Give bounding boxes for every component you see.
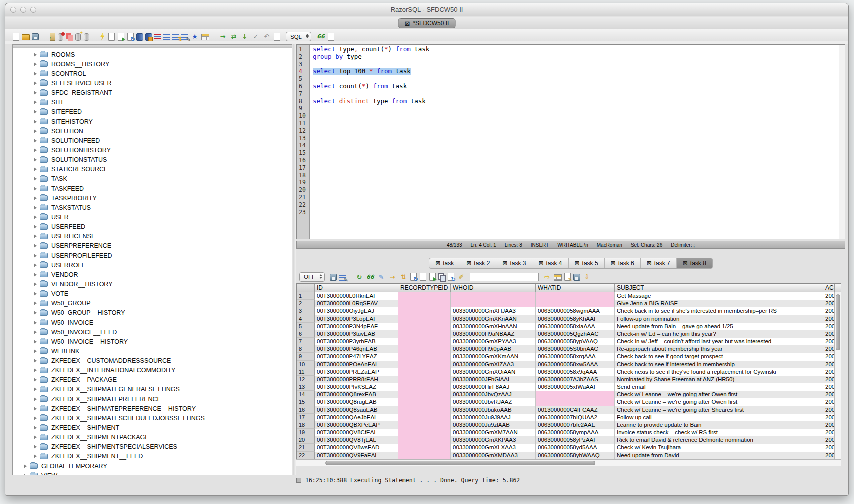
table-cell[interactable]: 006300000058x9qAAA [536, 368, 615, 376]
table-cell[interactable] [398, 368, 451, 376]
tree-item[interactable]: USERROLE [13, 260, 292, 270]
table-cell[interactable]: Leanne to provide update to Bain [615, 422, 824, 429]
find-next-icon[interactable]: ⇨ [543, 273, 552, 282]
expand-arrow-icon[interactable] [34, 368, 37, 372]
table-cell[interactable]: 200 [824, 444, 835, 452]
tree-item[interactable]: USERPREFERENCE [13, 242, 292, 251]
expand-arrow-icon[interactable] [24, 474, 27, 476]
tree-item[interactable]: VIEW [13, 471, 292, 476]
table-row[interactable]: 1500T3000000Q8rugEAB0033000000JbvRJAAZCh… [297, 398, 841, 406]
table-cell[interactable]: Follow up call [615, 414, 824, 422]
table-cell[interactable]: 200 [824, 323, 835, 330]
grid-vertical-scrollbar[interactable] [834, 292, 842, 460]
row-number-cell[interactable]: 22 [297, 452, 315, 460]
table-cell[interactable]: 0033000000GmXKPAA3 [451, 436, 536, 444]
table-cell[interactable]: 200 [824, 316, 835, 323]
table-row[interactable]: 900T3000000P47LYEAZ0033000000GmXKmAAN006… [297, 353, 841, 360]
table-cell[interactable]: 00T3000000L0RqSEAV [315, 300, 398, 308]
table-cell[interactable]: 00T3000000P3LopEAF [315, 316, 398, 323]
export-results-icon[interactable] [118, 33, 124, 41]
result-tab[interactable]: ⊠task [430, 258, 460, 268]
column-header[interactable]: WHATID [536, 284, 615, 292]
tree-item[interactable]: USER [13, 212, 292, 222]
tree-item[interactable]: VENDOR__HISTORY [13, 280, 292, 289]
table-cell[interactable]: 0033000000GmXM7AAN [451, 429, 536, 436]
tree-item[interactable]: USERFEED [13, 222, 292, 232]
table-cell[interactable]: 006300000058yKhAAI [536, 316, 615, 323]
tree-item[interactable]: ZKFEDEX__CUSTOMADDRESSSOURCE [13, 356, 292, 366]
tree-item[interactable]: TASKFEED [13, 184, 292, 194]
table-row[interactable]: 700T3000000P3yrbEAB0033000000GmXPYAA3006… [297, 338, 841, 346]
expand-arrow-icon[interactable] [34, 158, 37, 162]
database-icon[interactable] [84, 34, 90, 41]
expand-arrow-icon[interactable] [34, 196, 37, 200]
table-cell[interactable]: 200 [824, 436, 835, 444]
table-cell[interactable]: 200 [824, 292, 835, 300]
table-cell[interactable]: 0033000000JbvRJAAZ [451, 398, 536, 406]
expand-arrow-icon[interactable] [34, 244, 37, 248]
table-cell[interactable]: 200 [824, 398, 835, 406]
expand-arrow-icon[interactable] [34, 148, 37, 152]
close-tab-icon[interactable]: ⊠ [466, 260, 472, 266]
script-grid-icon[interactable] [564, 273, 571, 281]
panel-splitter[interactable] [294, 44, 296, 476]
sql-editor[interactable]: 1234567891011121314151617181920212223 se… [296, 44, 846, 240]
refresh-grid-icon[interactable]: ↻ [355, 273, 364, 282]
table-cell[interactable]: 0033000000Ju9zlAAB [451, 422, 536, 429]
column-header[interactable]: ID [315, 284, 398, 292]
table-cell[interactable]: 0033000000GmXHJAA3 [451, 308, 536, 315]
copy-connection-icon[interactable] [66, 33, 73, 40]
log-icon[interactable] [274, 33, 280, 41]
tree-item[interactable]: ZKFEDEX__PACKAGE [13, 376, 292, 385]
table-cell[interactable]: 00630000005S0bnAAC [536, 346, 615, 353]
row-number-cell[interactable]: 5 [297, 323, 315, 330]
tree-item[interactable]: TASKSTATUS [13, 203, 292, 212]
table-cell[interactable]: 200 [824, 300, 835, 308]
close-tab-icon[interactable]: ⊠ [611, 260, 616, 266]
row-number-cell[interactable]: 2 [297, 300, 315, 308]
table-row[interactable]: 1300T3000000PfvKSEAZ0033000000HirF8AAJ00… [297, 384, 841, 391]
table-cell[interactable]: 200 [824, 429, 835, 436]
table-cell[interactable]: Send email [615, 384, 824, 391]
expand-arrow-icon[interactable] [34, 388, 37, 392]
expand-arrow-icon[interactable] [34, 359, 37, 363]
table-cell[interactable]: Check back to see if interested in membe… [615, 361, 824, 368]
view-results-icon[interactable]: 66 [316, 32, 326, 41]
table-cell[interactable] [398, 391, 451, 398]
table-cell[interactable]: 0033000000Ju9J9AAJ [451, 414, 536, 422]
close-tab-icon[interactable]: ⊠ [436, 260, 440, 266]
save-all-icon[interactable] [574, 274, 580, 281]
table-cell[interactable]: 006300000058yPzAAI [536, 436, 615, 444]
table-cell[interactable]: Need update from David [615, 452, 824, 460]
table-cell[interactable]: 0033000000GmXKmAAN [451, 353, 536, 360]
expand-arrow-icon[interactable] [34, 416, 37, 420]
table-cell[interactable]: Need update from Bain – gave go ahead 1/… [615, 323, 824, 330]
close-tab-icon[interactable]: ⊠ [502, 260, 508, 266]
tree-item[interactable]: SITEFEED [13, 108, 292, 117]
expand-arrow-icon[interactable] [34, 311, 37, 315]
expand-arrow-icon[interactable] [34, 398, 37, 402]
tree-item[interactable]: ZKFEDEX__SHIPMATEPREFERENCE [13, 394, 292, 404]
tree-item[interactable]: ZKFEDEX__SHIPMATEPREFERENCE__HISTORY [13, 404, 292, 414]
tree-item[interactable]: ZKFEDEX__SHIPMATEGENERALSETTINGS [13, 385, 292, 394]
expand-arrow-icon[interactable] [34, 110, 37, 114]
table-cell[interactable]: Check-in w/ Jeff – couldn't afford last … [615, 338, 824, 346]
result-tab[interactable]: ⊠task 8 [676, 258, 712, 268]
tree-item[interactable]: VENDOR [13, 270, 292, 280]
add-connection-icon[interactable] [76, 34, 81, 41]
table-cell[interactable] [398, 300, 451, 308]
table-cell[interactable]: 0033000000GmXHnAAN [451, 323, 536, 330]
row-number-cell[interactable]: 11 [297, 368, 315, 376]
table-row[interactable]: 2100T3000000QV8wsEAD0033000000GmXLXAA300… [297, 444, 841, 452]
refresh-results-icon[interactable] [128, 33, 134, 41]
table-row[interactable]: 500T3000000P3N4pEAF0033000000GmXHnAAN006… [297, 323, 841, 330]
bookmarks-icon[interactable] [146, 34, 152, 41]
format-sql-icon[interactable] [154, 34, 162, 40]
row-number-cell[interactable]: 9 [297, 353, 315, 360]
table-row[interactable]: 200T3000000L0RqSEAVGive Jenn a BIG RAISE… [297, 300, 841, 308]
table-cell[interactable]: 00T3000000QV9FaEAL [315, 452, 398, 460]
download-icon[interactable]: ⇩ [582, 273, 592, 282]
row-number-cell[interactable]: 17 [297, 414, 315, 422]
row-number-header[interactable] [297, 284, 315, 292]
tree-item[interactable]: USERPROFILEFEED [13, 251, 292, 260]
